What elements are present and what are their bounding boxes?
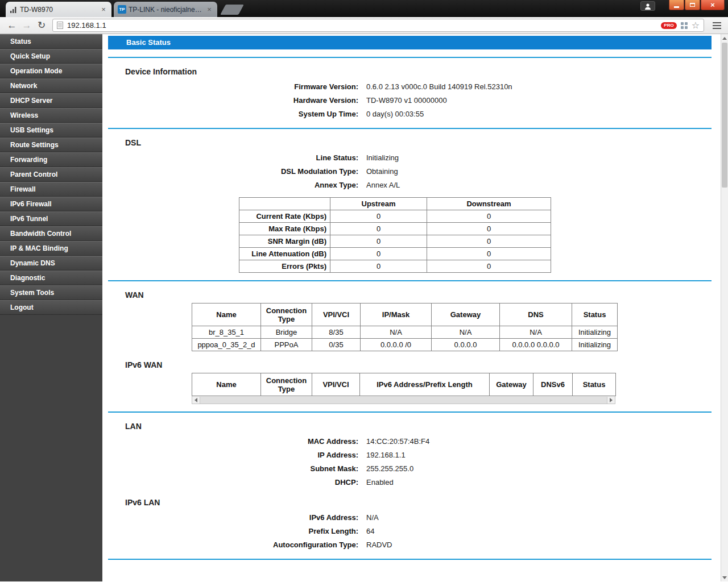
scroll-right-icon[interactable] xyxy=(607,397,615,404)
dsl-stats-table: Upstream Downstream Current Rate (Kbps) … xyxy=(239,197,551,273)
line-status-value: Initializing xyxy=(366,153,399,162)
close-icon: × xyxy=(710,1,715,9)
sidebar-item-ip-mac-binding[interactable]: IP & MAC Binding xyxy=(0,241,102,256)
forward-button[interactable]: → xyxy=(19,20,34,31)
sidebar-item-forwarding[interactable]: Forwarding xyxy=(0,152,102,167)
scrollbar-thumb[interactable] xyxy=(200,397,607,404)
info-label: IP Address: xyxy=(108,451,358,459)
url-text[interactable]: 192.168.1.1 xyxy=(67,21,106,30)
sidebar-item-system-tools[interactable]: System Tools xyxy=(0,285,102,300)
cell-value: 0.0.0.0 xyxy=(432,339,500,351)
annex-value: Annex A/L xyxy=(366,181,400,189)
hardware-version-value: TD-W8970 v1 00000000 xyxy=(366,96,447,105)
column-header: Status xyxy=(573,373,616,396)
address-bar[interactable]: 192.168.1.1 PRO ☆ xyxy=(52,19,704,32)
cell-value: 0 xyxy=(330,248,427,260)
sidebar-item-dynamic-dns[interactable]: Dynamic DNS xyxy=(0,256,102,271)
column-header: DNSv6 xyxy=(533,373,573,396)
scroll-up-icon[interactable] xyxy=(721,34,728,42)
bookmark-star-icon[interactable]: ☆ xyxy=(692,21,700,30)
browser-menu-icon[interactable] xyxy=(710,22,723,29)
sidebar-item-diagnostic[interactable]: Diagnostic xyxy=(0,271,102,285)
info-label: Prefix Length: xyxy=(108,527,358,535)
table-row: Upstream Downstream xyxy=(239,198,551,210)
page-title: Basic Status xyxy=(108,36,712,49)
sidebar-item-ipv6-tunnel[interactable]: IPv6 Tunnel xyxy=(0,211,102,226)
info-label: IPv6 Address: xyxy=(108,513,358,522)
wan-title: WAN xyxy=(125,290,721,300)
info-row-line-status: Line Status: Initializing xyxy=(102,151,721,164)
sidebar-item-dhcp-server[interactable]: DHCP Server xyxy=(0,93,102,108)
ipv6-wan-horizontal-scrollbar[interactable] xyxy=(192,396,615,404)
cell-value: Initializing xyxy=(572,339,618,351)
column-header: Upstream xyxy=(330,198,427,210)
autoconfig-type-value: RADVD xyxy=(366,541,392,549)
tp-link-favicon: TP xyxy=(118,5,126,14)
sidebar-item-parent-control[interactable]: Parent Control xyxy=(0,167,102,182)
scroll-left-icon[interactable] xyxy=(192,397,200,404)
cell-value: N/A xyxy=(500,326,572,339)
person-icon xyxy=(644,3,651,10)
subnet-mask-value: 255.255.255.0 xyxy=(366,464,413,473)
profile-button[interactable] xyxy=(640,1,655,11)
row-label: Max Rate (Kbps) xyxy=(239,223,330,235)
tab-title: TD-W8970 xyxy=(20,6,97,14)
cell-value: 0 xyxy=(330,210,427,223)
sidebar-item-logout[interactable]: Logout xyxy=(0,300,102,315)
tab-tp-link-forum[interactable]: TP TP-LINK - nieoficjalne pol × xyxy=(114,2,217,17)
cell-value: 0 xyxy=(427,210,551,223)
page-vertical-scrollbar[interactable] xyxy=(721,34,728,581)
info-row-prefix-length: Prefix Length: 64 xyxy=(102,524,721,538)
ipv6-wan-table: Name Connection Type VPI/VCI IPv6 Addres… xyxy=(192,373,616,396)
sidebar-item-network[interactable]: Network xyxy=(0,78,102,93)
pro-extension-icon[interactable]: PRO xyxy=(661,22,676,29)
sidebar-item-route-settings[interactable]: Route Settings xyxy=(0,138,102,152)
sidebar-item-operation-mode[interactable]: Operation Mode xyxy=(0,64,102,78)
cell-value: 0 xyxy=(427,260,551,273)
reload-button[interactable]: ↻ xyxy=(34,19,49,31)
close-button[interactable]: × xyxy=(701,0,725,10)
browser-window: TD-W8970 × TP TP-LINK - nieoficjalne pol… xyxy=(0,0,728,582)
minimize-button[interactable] xyxy=(669,0,684,10)
scroll-down-icon[interactable] xyxy=(721,573,728,581)
maximize-button[interactable] xyxy=(685,0,700,10)
cell-value: Initializing xyxy=(572,326,618,339)
sidebar-item-ipv6-firewall[interactable]: IPv6 Firewall xyxy=(0,197,102,211)
lan-title: LAN xyxy=(125,422,721,431)
cell-value: 0 xyxy=(330,260,427,273)
sidebar-item-quick-setup[interactable]: Quick Setup xyxy=(0,49,102,64)
extension-grid-icon[interactable] xyxy=(681,22,688,29)
table-row: br_8_35_1 Bridge 8/35 N/A N/A N/A Initia… xyxy=(192,326,618,339)
table-header-row: Name Connection Type VPI/VCI IP/Mask Gat… xyxy=(192,304,618,326)
info-label: Line Status: xyxy=(108,153,358,162)
sidebar-item-usb-settings[interactable]: USB Settings xyxy=(0,123,102,138)
tab-title: TP-LINK - nieoficjalne pol xyxy=(129,6,203,14)
new-tab-button[interactable] xyxy=(220,5,244,15)
router-favicon xyxy=(10,6,18,14)
sidebar-item-wireless[interactable]: Wireless xyxy=(0,108,102,123)
tab-td-w8970[interactable]: TD-W8970 × xyxy=(6,2,111,17)
info-row-autoconfig: Autoconfiguration Type: RADVD xyxy=(102,538,721,551)
scrollbar-thumb[interactable] xyxy=(722,43,727,188)
section-divider xyxy=(108,280,712,281)
column-header: Status xyxy=(572,304,618,326)
sidebar-item-status[interactable]: Status xyxy=(0,34,102,49)
address-bar-actions: PRO ☆ xyxy=(661,21,700,30)
table-row: SNR Margin (dB) 0 0 xyxy=(239,235,551,248)
section-divider xyxy=(108,559,712,560)
dsl-table-corner-cell xyxy=(239,198,330,210)
sidebar-item-firewall[interactable]: Firewall xyxy=(0,182,102,197)
info-row-ip: IP Address: 192.168.1.1 xyxy=(102,448,721,462)
cell-value: 8/35 xyxy=(312,326,361,339)
info-label: DSL Modulation Type: xyxy=(108,167,358,176)
back-button[interactable]: ← xyxy=(5,20,19,31)
info-row-uptime: System Up Time: 0 day(s) 00:03:55 xyxy=(102,107,721,120)
info-label: Autoconfiguration Type: xyxy=(108,541,358,549)
tab-close-icon[interactable]: × xyxy=(205,6,213,14)
tab-close-icon[interactable]: × xyxy=(100,6,107,14)
column-header: IP/Mask xyxy=(361,304,432,326)
sidebar-item-bandwidth-control[interactable]: Bandwidth Control xyxy=(0,226,102,241)
ipv6-address-value: N/A xyxy=(366,513,379,522)
cell-value: N/A xyxy=(432,326,500,339)
info-label: Firmware Version: xyxy=(108,82,358,91)
